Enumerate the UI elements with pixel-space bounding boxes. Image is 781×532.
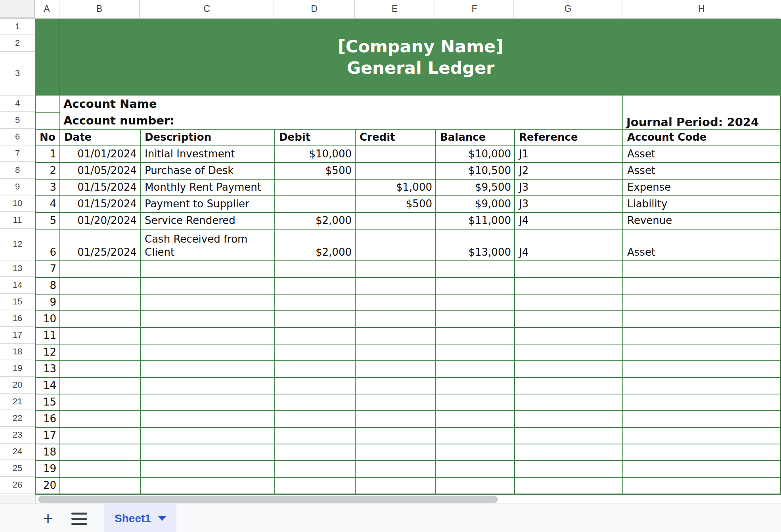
cell-credit[interactable] xyxy=(356,394,436,411)
cell-debit[interactable] xyxy=(275,478,356,494)
cell-debit[interactable] xyxy=(275,311,356,328)
cell-balance[interactable] xyxy=(436,261,515,278)
cell-account-code[interactable] xyxy=(623,394,781,411)
header-account-code[interactable]: Account Code xyxy=(623,130,781,146)
cell-debit[interactable] xyxy=(275,328,356,344)
cell-date[interactable] xyxy=(60,394,141,411)
row-header[interactable]: 18 xyxy=(0,344,35,360)
cell-no[interactable]: 19 xyxy=(36,461,60,478)
cell-debit[interactable] xyxy=(275,261,356,278)
cell-date[interactable] xyxy=(60,444,141,461)
cell-journal-reference[interactable] xyxy=(515,311,623,328)
cell-date[interactable] xyxy=(60,261,141,278)
cell-account-code[interactable] xyxy=(623,295,781,311)
journal-period-cell[interactable]: Journal Period: 2024 xyxy=(626,112,759,130)
cell-date[interactable]: 01/15/2024 xyxy=(60,196,141,213)
cell-journal-reference[interactable] xyxy=(515,361,623,378)
cell-credit[interactable] xyxy=(356,378,436,394)
cell-account-code[interactable] xyxy=(623,411,781,428)
cell-credit[interactable] xyxy=(356,163,436,180)
cell-description[interactable] xyxy=(141,261,275,278)
cell-journal-reference[interactable] xyxy=(515,461,623,478)
column-header-g[interactable]: G xyxy=(514,0,622,19)
column-header-d[interactable]: D xyxy=(274,0,355,19)
cell-no[interactable]: 15 xyxy=(36,394,60,411)
column-header-h[interactable]: H xyxy=(622,0,780,19)
cell-debit[interactable] xyxy=(275,196,356,213)
cell-date[interactable]: 01/15/2024 xyxy=(60,180,141,196)
row-header[interactable]: 15 xyxy=(0,294,35,310)
cell-account-code[interactable]: Asset xyxy=(623,163,781,180)
row-header[interactable]: 11 xyxy=(0,212,35,229)
header-balance[interactable]: Balance xyxy=(436,130,515,146)
row-header[interactable]: 17 xyxy=(0,327,35,344)
row-header[interactable]: 4 xyxy=(0,96,35,112)
cell-description[interactable]: Payment to Supplier xyxy=(141,196,275,213)
cell-debit[interactable] xyxy=(275,278,356,295)
cell-no[interactable]: 10 xyxy=(36,311,60,328)
cell-credit[interactable] xyxy=(356,361,436,378)
cell-credit[interactable] xyxy=(356,478,436,494)
cell-journal-reference[interactable]: J3 xyxy=(515,196,623,213)
cell-description[interactable]: Cash Received from Client xyxy=(141,230,275,261)
header-date[interactable]: Date xyxy=(60,130,141,146)
select-all-corner[interactable] xyxy=(0,0,35,19)
cell-credit[interactable] xyxy=(356,230,436,261)
cell-journal-reference[interactable] xyxy=(515,261,623,278)
cell-no[interactable]: 9 xyxy=(36,295,60,311)
row-header[interactable]: 10 xyxy=(0,195,35,212)
cell-journal-reference[interactable]: J3 xyxy=(515,180,623,196)
cell-journal-reference[interactable] xyxy=(515,278,623,295)
row-header[interactable]: 25 xyxy=(0,460,35,477)
cell-no[interactable]: 8 xyxy=(36,278,60,295)
cell-account-code[interactable]: Asset xyxy=(623,230,781,261)
cell-date[interactable]: 01/20/2024 xyxy=(60,213,141,230)
cell-description[interactable] xyxy=(141,378,275,394)
cell-no[interactable]: 3 xyxy=(36,180,60,196)
cell-no[interactable]: 12 xyxy=(36,344,60,361)
cell-description[interactable] xyxy=(141,411,275,428)
cell-credit[interactable]: $1,000 xyxy=(356,180,436,196)
cell-debit[interactable] xyxy=(275,344,356,361)
header-journal-reference[interactable]: Journal Reference xyxy=(515,130,623,146)
cell-credit[interactable] xyxy=(356,278,436,295)
cell-account-code[interactable] xyxy=(623,344,781,361)
cell-date[interactable] xyxy=(60,411,141,428)
cell-journal-reference[interactable] xyxy=(515,378,623,394)
cell-balance[interactable] xyxy=(436,361,515,378)
header-no[interactable]: No xyxy=(36,130,60,146)
cell-debit[interactable]: $500 xyxy=(275,163,356,180)
cell-balance[interactable]: $10,500 xyxy=(436,163,515,180)
cell-description[interactable] xyxy=(141,444,275,461)
cell-credit[interactable] xyxy=(356,428,436,444)
cell-debit[interactable] xyxy=(275,180,356,196)
row-header[interactable]: 13 xyxy=(0,260,35,277)
cell-journal-reference[interactable]: J2 xyxy=(515,163,623,180)
cell-account-code[interactable] xyxy=(623,444,781,461)
horizontal-scrollbar-thumb[interactable] xyxy=(38,496,498,503)
cell-account-code[interactable] xyxy=(623,478,781,494)
cell-balance[interactable] xyxy=(436,344,515,361)
row-header[interactable]: 5 xyxy=(0,112,35,129)
cell-date[interactable] xyxy=(60,295,141,311)
cell-description[interactable]: Initial Investment xyxy=(141,146,275,163)
cell-date[interactable]: 01/05/2024 xyxy=(60,163,141,180)
cell-account-code[interactable]: Expense xyxy=(623,180,781,196)
cell-debit[interactable]: $2,000 xyxy=(275,230,356,261)
cell-journal-reference[interactable] xyxy=(515,444,623,461)
cell-no[interactable]: 5 xyxy=(36,213,60,230)
cell-balance[interactable] xyxy=(436,461,515,478)
cell-no[interactable]: 16 xyxy=(36,411,60,428)
cell-balance[interactable] xyxy=(436,394,515,411)
cell-date[interactable]: 01/01/2024 xyxy=(60,146,141,163)
cell-date[interactable] xyxy=(60,378,141,394)
cell-balance[interactable]: $13,000 xyxy=(436,230,515,261)
cell-credit[interactable] xyxy=(356,461,436,478)
cell-no[interactable]: 13 xyxy=(36,361,60,378)
cell-credit[interactable] xyxy=(356,344,436,361)
row-header[interactable]: 6 xyxy=(0,129,35,145)
row-header[interactable]: 24 xyxy=(0,444,35,460)
cell-no[interactable]: 11 xyxy=(36,328,60,344)
cell-credit[interactable] xyxy=(356,444,436,461)
cell-credit[interactable] xyxy=(356,213,436,230)
